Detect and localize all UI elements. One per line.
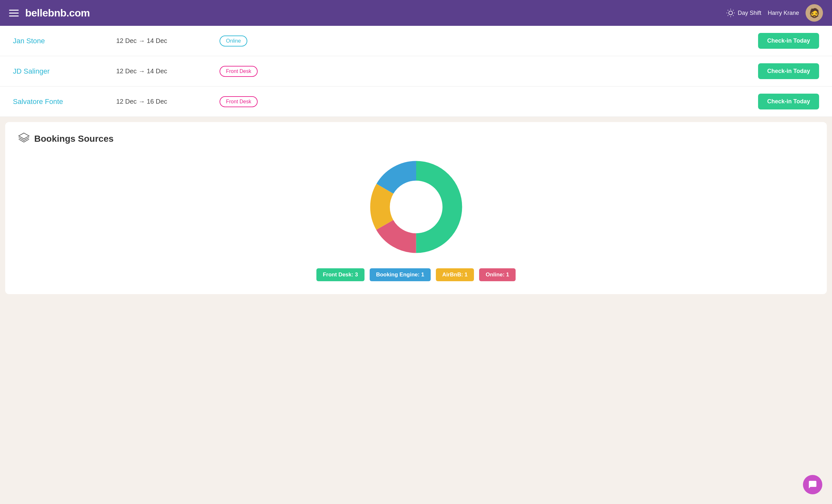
bookings-table: Jan Stone 12 Dec → 14 Dec Online Check-i…	[0, 26, 832, 117]
checkin-button-2[interactable]: Check-in Today	[758, 63, 819, 79]
svg-line-4	[733, 15, 733, 16]
svg-point-14	[390, 181, 442, 233]
legend-booking-engine: Booking Engine: 1	[370, 268, 431, 281]
legend-online: Online: 1	[479, 268, 516, 281]
chart-container: Front Desk: 3 Booking Engine: 1 AirBnB: …	[18, 155, 814, 281]
svg-line-8	[733, 10, 733, 11]
source-badge-2: Front Desk	[219, 66, 316, 77]
source-badge-1: Online	[219, 35, 316, 47]
shift-indicator: Day Shift	[726, 8, 761, 18]
legend-frontdesk: Front Desk: 3	[316, 268, 364, 281]
bookings-sources-section: Bookings Sources Front Desk: 3 Booking E…	[5, 122, 827, 294]
donut-chart	[364, 155, 468, 259]
date-range-1: 12 Dec → 14 Dec	[116, 37, 219, 45]
menu-button[interactable]	[9, 10, 19, 17]
app-header: bellebnb.com Day Shift Harry Krane 🧔	[0, 0, 832, 26]
sun-icon	[726, 8, 735, 18]
badge-frontdesk: Front Desk	[219, 66, 258, 77]
main-content: Jan Stone 12 Dec → 14 Dec Online Check-i…	[0, 26, 832, 294]
chat-bubble-button[interactable]	[803, 475, 822, 494]
user-name: Harry Krane	[768, 10, 799, 17]
source-badge-3: Front Desk	[219, 96, 316, 107]
table-row: Salvatore Fonte 12 Dec → 16 Dec Front De…	[0, 86, 832, 117]
badge-frontdesk-2: Front Desk	[219, 96, 258, 107]
svg-line-7	[728, 15, 728, 16]
table-row: Jan Stone 12 Dec → 14 Dec Online Check-i…	[0, 26, 832, 56]
checkin-button-1[interactable]: Check-in Today	[758, 33, 819, 49]
layers-icon	[18, 132, 30, 145]
header-left: bellebnb.com	[9, 7, 90, 19]
checkin-button-3[interactable]: Check-in Today	[758, 94, 819, 109]
date-range-3: 12 Dec → 16 Dec	[116, 98, 219, 105]
legend-airbnb: AirBnB: 1	[436, 268, 474, 281]
header-right: Day Shift Harry Krane 🧔	[726, 4, 823, 22]
shift-label: Day Shift	[738, 10, 761, 17]
svg-point-0	[729, 11, 733, 15]
table-row: JD Salinger 12 Dec → 14 Dec Front Desk C…	[0, 56, 832, 86]
guest-name-salvatore-fonte[interactable]: Salvatore Fonte	[13, 98, 116, 106]
svg-line-3	[728, 10, 728, 11]
section-title: Bookings Sources	[34, 134, 114, 144]
section-header: Bookings Sources	[18, 132, 814, 145]
avatar[interactable]: 🧔	[806, 4, 823, 22]
app-logo: bellebnb.com	[25, 7, 90, 19]
date-range-2: 12 Dec → 14 Dec	[116, 68, 219, 75]
guest-name-jd-salinger[interactable]: JD Salinger	[13, 67, 116, 76]
badge-online: Online	[219, 35, 247, 47]
svg-marker-9	[19, 133, 29, 139]
guest-name-jan-stone[interactable]: Jan Stone	[13, 37, 116, 45]
chart-legend: Front Desk: 3 Booking Engine: 1 AirBnB: …	[316, 268, 516, 281]
